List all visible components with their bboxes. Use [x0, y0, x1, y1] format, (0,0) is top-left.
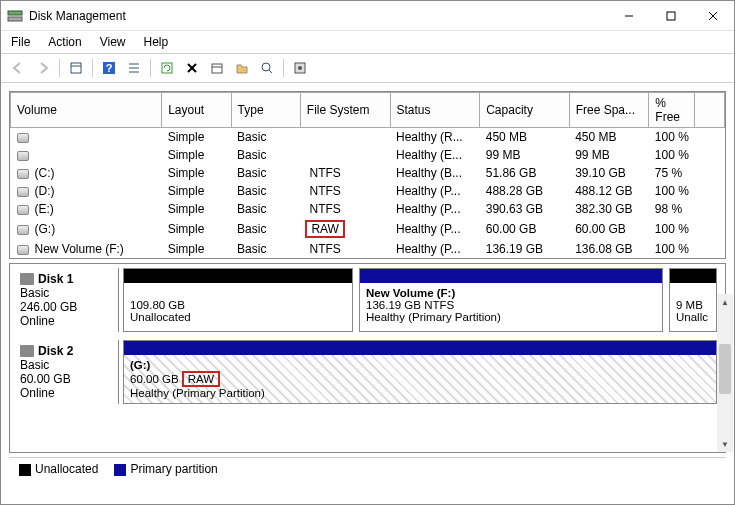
list-button[interactable]	[123, 57, 145, 79]
col-capacity[interactable]: Capacity	[480, 93, 569, 128]
disk1-part-f[interactable]: New Volume (F:) 136.19 GB NTFS Healthy (…	[359, 268, 663, 332]
col-free[interactable]: Free Spa...	[569, 93, 649, 128]
disk2-info[interactable]: Disk 2 Basic 60.00 GB Online	[14, 340, 119, 404]
table-row[interactable]: SimpleBasicHealthy (E...99 MB99 MB100 %	[11, 146, 725, 164]
disk1-info[interactable]: Disk 1 Basic 246.00 GB Online	[14, 268, 119, 332]
col-type[interactable]: Type	[231, 93, 300, 128]
legend-unallocated: Unallocated	[19, 462, 98, 476]
table-row[interactable]: New Volume (F:)SimpleBasicNTFSHealthy (P…	[11, 240, 725, 258]
volume-table[interactable]: Volume Layout Type File System Status Ca…	[10, 92, 725, 258]
svg-point-18	[262, 63, 270, 71]
table-row[interactable]: (G:)SimpleBasicRAWHealthy (P...60.00 GB6…	[11, 218, 725, 240]
table-row[interactable]: (E:)SimpleBasicNTFSHealthy (P...390.63 G…	[11, 200, 725, 218]
table-row[interactable]: SimpleBasicHealthy (R...450 MB450 MB100 …	[11, 128, 725, 147]
menu-action[interactable]: Action	[48, 35, 81, 49]
back-button	[7, 57, 29, 79]
maximize-button[interactable]	[650, 1, 692, 31]
svg-rect-16	[212, 64, 222, 73]
svg-rect-6	[71, 63, 81, 73]
svg-point-21	[298, 66, 302, 70]
disk1-part-unallocated[interactable]: 109.80 GB Unallocated	[123, 268, 353, 332]
refresh-button[interactable]	[156, 57, 178, 79]
up-button[interactable]	[65, 57, 87, 79]
col-fs[interactable]: File System	[300, 93, 390, 128]
svg-line-19	[269, 70, 272, 73]
delete-button[interactable]	[181, 57, 203, 79]
close-button[interactable]	[692, 1, 734, 31]
properties-button[interactable]	[206, 57, 228, 79]
settings-button[interactable]	[289, 57, 311, 79]
forward-button	[32, 57, 54, 79]
col-pct[interactable]: % Free	[649, 93, 695, 128]
search-button[interactable]	[256, 57, 278, 79]
menu-view[interactable]: View	[100, 35, 126, 49]
app-icon	[7, 8, 23, 24]
disk1-part-9mb[interactable]: 9 MB Unallc	[669, 268, 717, 332]
svg-rect-1	[8, 17, 22, 21]
minimize-button[interactable]	[608, 1, 650, 31]
open-button[interactable]	[231, 57, 253, 79]
col-volume[interactable]: Volume	[11, 93, 162, 128]
table-row[interactable]: (D:)SimpleBasicNTFSHealthy (P...488.28 G…	[11, 182, 725, 200]
col-status[interactable]: Status	[390, 93, 480, 128]
help-button[interactable]: ?	[98, 57, 120, 79]
window-title: Disk Management	[29, 9, 608, 23]
menu-file[interactable]: File	[11, 35, 30, 49]
svg-text:?: ?	[106, 62, 113, 74]
raw-highlight: RAW	[182, 371, 220, 387]
disk2-part-g[interactable]: (G:) 60.00 GB RAW Healthy (Primary Parti…	[123, 340, 717, 404]
legend-primary: Primary partition	[114, 462, 217, 476]
svg-rect-0	[8, 11, 22, 15]
scrollbar[interactable]: ▲▼	[717, 294, 733, 452]
col-layout[interactable]: Layout	[162, 93, 231, 128]
disk-graphical-pane[interactable]: Disk 1 Basic 246.00 GB Online 109.80 GB …	[9, 263, 726, 453]
svg-rect-3	[667, 12, 675, 20]
table-row[interactable]: (C:)SimpleBasicNTFSHealthy (B...51.86 GB…	[11, 164, 725, 182]
menu-help[interactable]: Help	[144, 35, 169, 49]
